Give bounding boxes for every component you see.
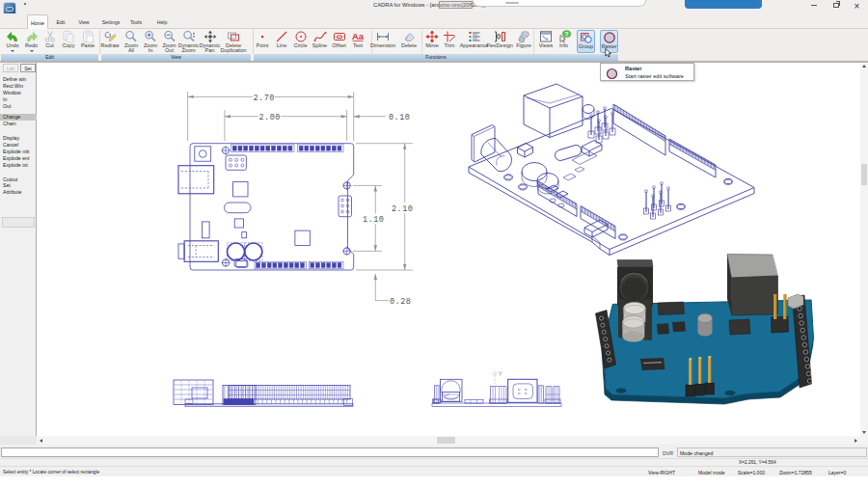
svg-text:2.10: 2.10 [392,204,413,214]
svg-text:1.10: 1.10 [363,215,384,225]
svg-text:2.70: 2.70 [254,94,275,103]
svg-text:Aa: Aa [352,31,365,41]
svg-text:?: ? [564,31,568,38]
svg-text:0.28: 0.28 [390,297,411,307]
svg-text:0.10: 0.10 [389,113,410,122]
svg-text:2.00: 2.00 [259,113,281,122]
svg-text:Y: Y [499,370,503,377]
